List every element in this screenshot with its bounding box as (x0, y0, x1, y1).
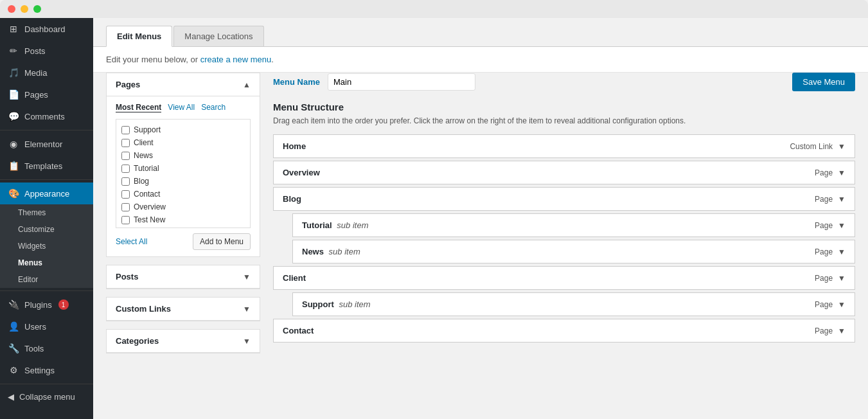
menu-item-home[interactable]: Home Custom Link ▼ (273, 134, 855, 158)
select-all-link[interactable]: Select All (116, 237, 147, 246)
sidebar-item-templates[interactable]: 📋 Templates (0, 155, 93, 177)
menu-item-support[interactable]: Support sub item Page ▼ (292, 292, 855, 316)
close-button-dot[interactable] (8, 5, 15, 13)
custom-links-section-title: Custom Links (116, 304, 171, 314)
pages-list-item-overview[interactable]: Overview (121, 201, 245, 213)
pages-label-news: News (134, 151, 153, 160)
posts-section-header[interactable]: Posts ▼ (107, 265, 260, 289)
pages-list-item-news[interactable]: News (121, 149, 245, 162)
sidebar-sub-menus[interactable]: Menus (0, 254, 93, 271)
pages-checkbox-tutorial[interactable] (121, 165, 130, 173)
appearance-submenu: Themes Customize Widgets Menus Editor (0, 204, 93, 288)
info-bar: Edit your menu below, or create a new me… (93, 47, 868, 73)
collapse-icon: ◀ (8, 392, 14, 402)
menu-item-news-right: Page ▼ (815, 247, 846, 256)
appearance-icon: 🎨 (8, 188, 19, 199)
pages-checkbox-support[interactable] (121, 126, 130, 134)
window-chrome (0, 0, 868, 18)
menu-structure-title: Menu Structure (273, 102, 855, 112)
sidebar-item-label: Posts (24, 46, 46, 56)
templates-icon: 📋 (8, 160, 19, 172)
sidebar-item-settings[interactable]: ⚙ Settings (0, 359, 93, 381)
menu-name-label: Menu Name (273, 77, 320, 87)
sidebar-item-users[interactable]: 👤 Users (0, 316, 93, 337)
menu-item-tutorial-arrow[interactable]: ▼ (838, 221, 846, 230)
menu-item-support-arrow[interactable]: ▼ (838, 300, 846, 309)
tab-edit-menus[interactable]: Edit Menus (106, 26, 172, 47)
sidebar-item-label: Tools (24, 344, 44, 353)
sidebar-item-label: Comments (24, 112, 65, 121)
pages-checkbox-client[interactable] (121, 139, 130, 147)
sidebar-sub-themes[interactable]: Themes (0, 204, 93, 221)
sidebar-item-label: Templates (24, 161, 62, 171)
posts-collapse-arrow: ▼ (243, 272, 251, 281)
pages-tab-search[interactable]: Search (201, 103, 226, 112)
menu-item-contact-arrow[interactable]: ▼ (838, 326, 846, 335)
posts-section: Posts ▼ (106, 265, 260, 289)
pages-list-item-blog[interactable]: Blog (121, 175, 245, 188)
save-menu-button[interactable]: Save Menu (792, 73, 855, 91)
sidebar-item-elementor[interactable]: ◉ Elementor (0, 133, 93, 155)
menu-item-overview-arrow[interactable]: ▼ (838, 168, 846, 177)
sidebar-sub-customize[interactable]: Customize (0, 221, 93, 238)
pages-section-header[interactable]: Pages ▲ (107, 73, 260, 96)
categories-section-header[interactable]: Categories ▼ (107, 330, 260, 353)
pages-list-item-tutorial[interactable]: Tutorial (121, 162, 245, 175)
collapse-menu-button[interactable]: ◀ Collapse menu (0, 387, 93, 407)
sidebar-item-label: Users (24, 322, 46, 332)
two-col-layout: Pages ▲ Most Recent View All Search Supp… (93, 73, 868, 374)
pages-tab-view-all[interactable]: View All (168, 103, 195, 112)
menu-item-news-arrow[interactable]: ▼ (838, 247, 846, 256)
menu-item-home-arrow[interactable]: ▼ (838, 142, 846, 151)
sidebar-item-pages[interactable]: 📄 Pages (0, 84, 93, 105)
sidebar-item-appearance[interactable]: 🎨 Appearance (0, 183, 93, 204)
add-to-menu-button[interactable]: Add to Menu (193, 233, 251, 250)
pages-list-item-support[interactable]: Support (121, 123, 245, 136)
pages-checkbox-test-new[interactable] (121, 216, 130, 224)
menu-item-client[interactable]: Client Page ▼ (273, 266, 855, 290)
menu-item-blog-arrow[interactable]: ▼ (838, 195, 846, 204)
custom-links-section-header[interactable]: Custom Links ▼ (107, 298, 260, 321)
create-menu-link[interactable]: create a new menu (200, 55, 272, 64)
pages-list-item-contact[interactable]: Contact (121, 188, 245, 201)
pages-collapse-arrow: ▲ (243, 80, 251, 89)
pages-checkbox-overview[interactable] (121, 203, 130, 211)
sidebar-sub-editor[interactable]: Editor (0, 271, 93, 288)
sidebar-item-media[interactable]: 🎵 Media (0, 62, 93, 84)
pages-checkbox-blog[interactable] (121, 177, 130, 186)
pages-tab-most-recent[interactable]: Most Recent (116, 103, 161, 112)
sidebar-item-label: Plugins (24, 300, 52, 310)
sidebar-item-label: Media (24, 68, 47, 78)
pages-footer: Select All Add to Menu (116, 233, 251, 250)
minimize-button-dot[interactable] (21, 5, 28, 13)
menu-item-contact[interactable]: Contact Page ▼ (273, 319, 855, 343)
sidebar-item-posts[interactable]: ✏ Posts (0, 40, 93, 62)
menu-item-tutorial[interactable]: Tutorial sub item Page ▼ (292, 213, 855, 237)
pages-checkbox-news[interactable] (121, 152, 130, 160)
menu-item-overview-type: Page (815, 168, 833, 177)
menu-item-overview-label: Overview (283, 168, 320, 177)
sidebar-sub-widgets[interactable]: Widgets (0, 238, 93, 254)
menu-item-contact-right: Page ▼ (815, 326, 846, 335)
sidebar-item-comments[interactable]: 💬 Comments (0, 105, 93, 127)
tools-icon: 🔧 (8, 343, 19, 354)
dashboard-icon: ⊞ (8, 23, 19, 35)
sidebar-item-dashboard[interactable]: ⊞ Dashboard (0, 18, 93, 40)
sidebar-item-plugins[interactable]: 🔌 Plugins 1 (0, 294, 93, 316)
settings-icon: ⚙ (8, 364, 19, 376)
menu-item-news[interactable]: News sub item Page ▼ (292, 240, 855, 263)
media-icon: 🎵 (8, 67, 19, 78)
tab-manage-locations[interactable]: Manage Locations (173, 26, 263, 46)
pages-list-item-client[interactable]: Client (121, 136, 245, 149)
maximize-button-dot[interactable] (33, 5, 41, 13)
pages-list-item-test-new[interactable]: Test New (121, 213, 245, 226)
menu-item-blog[interactable]: Blog Page ▼ (273, 187, 855, 211)
sidebar-item-tools[interactable]: 🔧 Tools (0, 337, 93, 359)
menu-item-home-right: Custom Link ▼ (790, 142, 846, 151)
menu-item-overview[interactable]: Overview Page ▼ (273, 161, 855, 184)
sidebar-divider-2 (0, 179, 93, 180)
sidebar-item-label: Settings (24, 366, 55, 375)
pages-checkbox-contact[interactable] (121, 190, 130, 199)
menu-item-client-arrow[interactable]: ▼ (838, 274, 846, 283)
menu-name-input[interactable] (328, 73, 475, 91)
